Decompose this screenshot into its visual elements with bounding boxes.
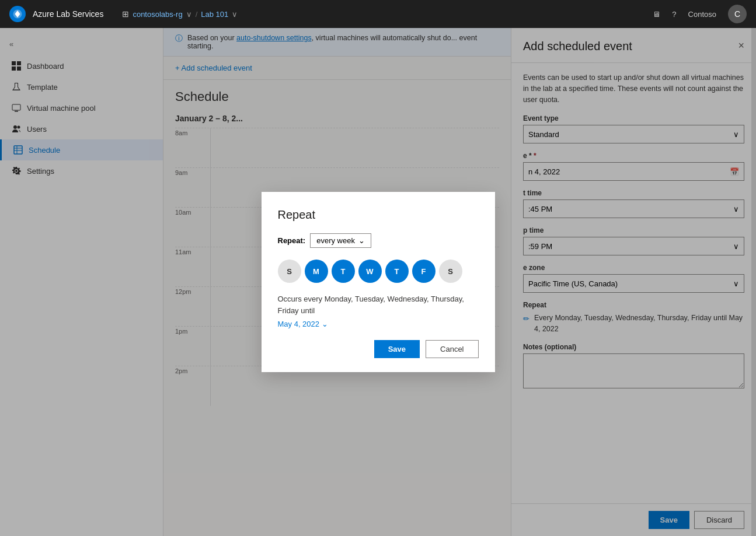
day-saturday[interactable]: S: [439, 260, 462, 283]
modal-title: Repeat: [278, 208, 479, 222]
repeat-dropdown-value: every week: [316, 236, 355, 245]
day-friday[interactable]: F: [412, 260, 436, 283]
modal-footer: Save Cancel: [278, 340, 479, 358]
breadcrumb-separator: /: [196, 10, 198, 19]
modal-overlay: Repeat Repeat: every week ⌄ S M T W T: [0, 28, 756, 536]
modal-save-button[interactable]: Save: [374, 340, 420, 358]
day-sunday[interactable]: S: [278, 260, 301, 283]
repeat-modal: Repeat Repeat: every week ⌄ S M T W T: [262, 192, 495, 372]
tenant-selector[interactable]: Contoso: [688, 10, 716, 19]
day-wednesday[interactable]: W: [358, 260, 382, 283]
app-title: Azure Lab Services: [33, 9, 103, 19]
day-wednesday-label: W: [366, 267, 373, 276]
breadcrumb-lab-chevron: ∨: [232, 10, 238, 19]
day-thursday[interactable]: T: [385, 260, 409, 283]
breadcrumb: ⊞ contosolabs-rg ∨ / Lab 101 ∨: [122, 9, 238, 19]
breadcrumb-icon: ⊞: [122, 9, 129, 19]
day-sunday-label: S: [287, 267, 292, 276]
day-tuesday[interactable]: T: [332, 260, 355, 283]
day-saturday-label: S: [448, 267, 453, 276]
day-monday-label: M: [313, 267, 319, 276]
modal-until-row: May 4, 2022 ⌄: [278, 320, 479, 328]
day-circles: S M T W T F S: [278, 260, 479, 283]
app-logo: [9, 6, 26, 22]
topnav-right: 🖥 ? Contoso C: [653, 5, 747, 23]
until-chevron: ⌄: [322, 320, 328, 328]
modal-occurs-text: Occurs every Monday, Tuesday, Wednesday,…: [278, 293, 479, 316]
help-icon[interactable]: ?: [672, 10, 676, 19]
breadcrumb-lab[interactable]: Lab 101: [201, 10, 228, 19]
avatar[interactable]: C: [728, 5, 747, 23]
occurs-text: Occurs every Monday, Tuesday, Wednesday,…: [278, 295, 464, 315]
repeat-dropdown[interactable]: every week ⌄: [310, 233, 371, 248]
repeat-row: Repeat: every week ⌄: [278, 233, 479, 248]
breadcrumb-resource-group[interactable]: contosolabs-rg: [133, 10, 182, 19]
day-friday-label: F: [421, 267, 426, 276]
modal-until-date[interactable]: May 4, 2022 ⌄: [278, 320, 329, 328]
monitor-icon[interactable]: 🖥: [653, 10, 660, 19]
repeat-dropdown-chevron: ⌄: [358, 236, 365, 245]
repeat-row-label: Repeat:: [278, 236, 306, 245]
day-monday[interactable]: M: [305, 260, 328, 283]
breadcrumb-chevron: ∨: [186, 10, 192, 19]
topnav: Azure Lab Services ⊞ contosolabs-rg ∨ / …: [0, 0, 756, 28]
day-tuesday-label: T: [341, 267, 346, 276]
modal-cancel-button[interactable]: Cancel: [426, 340, 478, 358]
until-date-value: May 4, 2022: [278, 320, 320, 328]
day-thursday-label: T: [395, 267, 399, 276]
